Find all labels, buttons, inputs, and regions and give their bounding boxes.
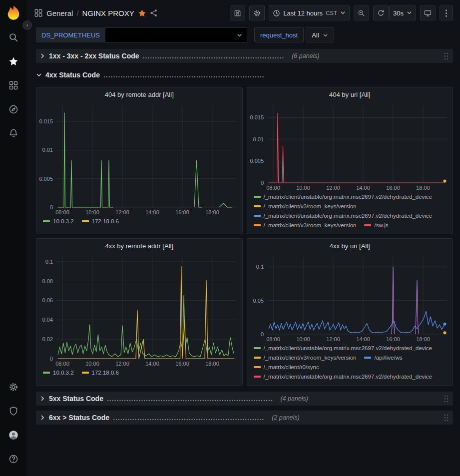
legend-item[interactable]: /_matrix/client/v3/room_keys/version (254, 354, 357, 362)
gear-icon (8, 382, 18, 392)
legend-item[interactable]: /sw.js (364, 221, 388, 229)
svg-text:08:00: 08:00 (55, 361, 69, 367)
svg-text:16:00: 16:00 (175, 209, 189, 215)
row-4xx[interactable]: 4xx Status Code ........................… (36, 68, 453, 82)
svg-text:14:00: 14:00 (356, 336, 370, 342)
svg-text:14:00: 14:00 (145, 361, 159, 367)
sidebar-item-explore[interactable] (0, 97, 27, 121)
row-drag-handle[interactable] (443, 414, 450, 422)
bell-icon (8, 128, 18, 138)
panel-404-by-remote-addr: 404 by remote addr [All] 00.0050.010.015… (36, 87, 243, 234)
sidebar-item-search[interactable] (0, 25, 27, 49)
zoom-out-time-button[interactable] (354, 5, 369, 20)
panel-title[interactable]: 404 by remote addr [All] (36, 87, 242, 101)
row-drag-handle[interactable] (443, 52, 450, 60)
favorite-star-icon[interactable] (138, 9, 146, 17)
row-title-dots: ........................................… (143, 52, 285, 60)
legend-item[interactable]: 10.0.3.2 (43, 369, 74, 377)
legend-item[interactable]: /_matrix/client/r0/sync (254, 363, 319, 371)
legend-item[interactable]: 10.0.3.2 (43, 217, 74, 225)
sidebar-item-server-admin[interactable] (0, 399, 27, 423)
kebab-menu-icon (443, 9, 450, 17)
sidebar-item-dashboards[interactable] (0, 73, 27, 97)
dashboard-content: 1xx - 3xx - 2xx Status Code ............… (27, 44, 460, 476)
star-icon (8, 56, 18, 66)
legend-label: /_matrix/client/unstable/org.matrix.msc2… (264, 344, 433, 352)
legend-label: 172.18.0.6 (92, 217, 119, 225)
refresh-icon (377, 9, 385, 17)
svg-text:0: 0 (50, 204, 53, 210)
legend-label: /api/live/ws (374, 354, 402, 362)
svg-text:10:00: 10:00 (85, 361, 99, 367)
legend-swatch (254, 215, 261, 217)
row-6xx[interactable]: 6xx > Status Code ......................… (36, 411, 453, 425)
time-range-picker[interactable]: Last 12 hours CST (269, 5, 350, 20)
svg-text:0.1: 0.1 (256, 264, 263, 270)
svg-text:14:00: 14:00 (145, 209, 159, 215)
panel-4xx-by-uri: 4xx by uri [All] 00.050.108:0010:0012:00… (247, 238, 454, 386)
legend-item[interactable]: /_matrix/client/unstable/org.matrix.msc2… (254, 193, 433, 201)
panel-legend: /_matrix/client/unstable/org.matrix.msc2… (247, 343, 453, 385)
sidebar-expand-button[interactable]: › (22, 20, 32, 30)
breadcrumb-separator: / (76, 9, 78, 17)
legend-swatch (43, 372, 50, 374)
sidebar-item-profile[interactable] (0, 423, 27, 447)
share-icon[interactable] (150, 9, 158, 17)
svg-text:0: 0 (260, 331, 263, 337)
svg-text:16:00: 16:00 (175, 361, 189, 367)
legend-item[interactable]: /_matrix/client/unstable/org.matrix.msc2… (254, 344, 433, 352)
legend-swatch (254, 376, 261, 378)
row-title: 1xx - 3xx - 2xx Status Code (49, 52, 139, 60)
panel-title[interactable]: 4xx by uri [All] (247, 239, 453, 253)
svg-text:12:00: 12:00 (326, 336, 340, 342)
save-dashboard-button[interactable] (230, 5, 245, 20)
svg-text:0.015: 0.015 (39, 118, 53, 124)
legend-swatch (82, 220, 89, 222)
sidebar-item-help[interactable] (0, 447, 27, 471)
sidebar-item-starred[interactable] (0, 49, 27, 73)
row-drag-handle[interactable] (443, 395, 450, 403)
more-options-button[interactable] (440, 5, 453, 20)
legend-swatch (254, 357, 261, 359)
row-title-dots: ........................................… (103, 71, 265, 79)
chart-4xx-by-uri: 00.050.108:0010:0012:0014:0016:0018:00 (247, 253, 453, 343)
legend-item[interactable]: /_matrix/client/unstable/org.matrix.msc2… (254, 373, 433, 381)
breadcrumb-section[interactable]: General (46, 9, 73, 17)
legend-swatch (254, 196, 261, 198)
panel-legend: 10.0.3.2172.18.0.6 (36, 216, 242, 234)
sidebar-item-configuration[interactable] (0, 375, 27, 399)
dashboard-settings-button[interactable] (249, 5, 265, 20)
legend-item[interactable]: /api/live/ws (364, 354, 402, 362)
sidebar: › (0, 0, 27, 476)
variable-ds-value-dropdown[interactable] (105, 27, 247, 42)
legend-item[interactable]: 172.18.0.6 (82, 369, 119, 377)
legend-label: 10.0.3.2 (53, 369, 74, 377)
chart-4xx-by-remote-addr: 00.020.040.060.080.108:0010:0012:0014:00… (36, 253, 242, 368)
refresh-button[interactable] (373, 5, 389, 20)
legend-item[interactable]: 172.18.0.6 (82, 217, 119, 225)
svg-text:0.005: 0.005 (250, 158, 264, 164)
row-5xx[interactable]: 5xx Status Code ........................… (36, 392, 453, 406)
tv-kiosk-mode-button[interactable] (420, 5, 436, 20)
topbar-actions: Last 12 hours CST 30s (230, 5, 453, 20)
panel-title[interactable]: 4xx by remote addr [All] (36, 239, 242, 253)
chevron-right-icon (39, 396, 45, 402)
grafana-logo-icon[interactable] (5, 4, 22, 21)
row-title: 6xx > Status Code (49, 414, 109, 422)
apps-grid-icon (34, 8, 43, 17)
row-1xx-3xx-2xx[interactable]: 1xx - 3xx - 2xx Status Code ............… (36, 49, 453, 63)
legend-item[interactable]: /_matrix/client/v3/room_keys/version (254, 202, 357, 210)
row-title: 4xx Status Code (45, 71, 100, 79)
legend-item[interactable]: /_matrix/client/unstable/org.matrix.msc2… (254, 212, 433, 220)
svg-text:12:00: 12:00 (115, 361, 129, 367)
svg-text:18:00: 18:00 (205, 361, 219, 367)
panel-title[interactable]: 404 by uri [All] (247, 87, 453, 101)
dashboard-title[interactable]: NGINX PROXY (82, 9, 134, 17)
svg-text:0.015: 0.015 (250, 114, 264, 120)
refresh-interval-button[interactable]: 30s (389, 5, 416, 20)
variable-request-host-dropdown[interactable]: All (306, 27, 334, 42)
legend-item[interactable]: /_matrix/client/v3/room_keys/version (254, 221, 357, 229)
chart-404-by-remote-addr: 00.0050.010.01508:0010:0012:0014:0016:00… (36, 101, 242, 216)
legend-label: /_matrix/client/unstable/org.matrix.msc2… (264, 212, 433, 220)
sidebar-item-alerting[interactable] (0, 121, 27, 145)
